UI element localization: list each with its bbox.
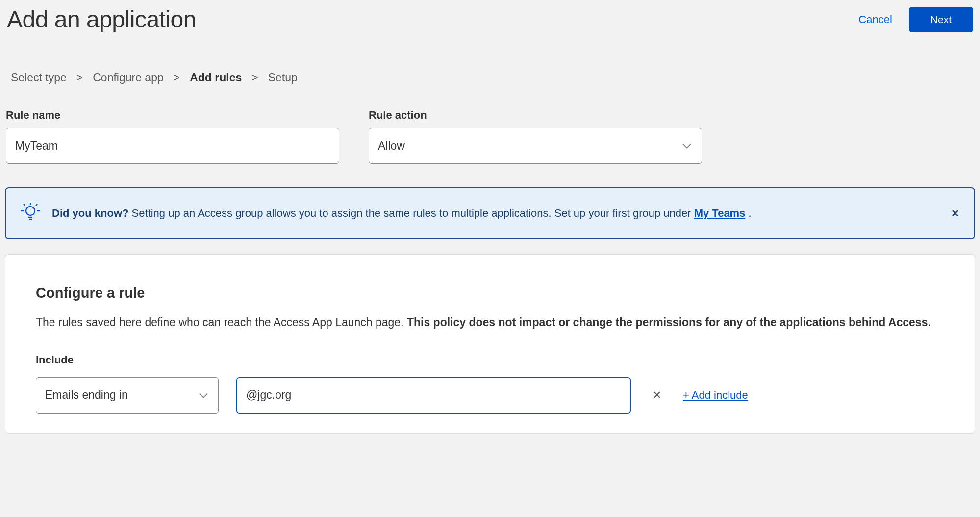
breadcrumb: Select type > Configure app > Add rules …: [0, 37, 980, 99]
rule-action-select[interactable]: Allow: [369, 128, 702, 164]
cancel-button[interactable]: Cancel: [858, 13, 892, 26]
close-icon[interactable]: ✕: [951, 207, 959, 219]
rule-name-label: Rule name: [6, 109, 339, 122]
rule-action-label: Rule action: [369, 109, 702, 122]
breadcrumb-step-add-rules[interactable]: Add rules: [190, 71, 242, 84]
lightbulb-icon: [21, 201, 40, 226]
chevron-right-icon: >: [174, 71, 180, 84]
chevron-right-icon: >: [251, 71, 258, 84]
breadcrumb-step-setup[interactable]: Setup: [268, 71, 298, 84]
svg-line-5: [36, 204, 37, 206]
my-teams-link[interactable]: My Teams: [694, 207, 746, 219]
include-row: Emails ending in ✕ + Add include: [36, 377, 944, 414]
breadcrumb-step-configure-app[interactable]: Configure app: [93, 71, 164, 84]
info-banner-message: Did you know? Setting up an Access group…: [52, 206, 939, 221]
page-title: Add an application: [7, 6, 196, 33]
configure-rule-title: Configure a rule: [36, 285, 944, 301]
include-type-value: Emails ending in: [45, 388, 128, 402]
chevron-right-icon: >: [76, 71, 83, 84]
rule-name-group: Rule name: [6, 109, 339, 164]
include-value-input[interactable]: [236, 377, 631, 414]
svg-point-0: [26, 207, 35, 215]
include-type-select[interactable]: Emails ending in: [36, 377, 219, 414]
add-include-link[interactable]: + Add include: [683, 389, 748, 402]
info-banner: Did you know? Setting up an Access group…: [5, 187, 975, 239]
remove-include-icon[interactable]: ✕: [649, 389, 665, 402]
breadcrumb-step-select-type[interactable]: Select type: [11, 71, 67, 84]
rule-action-value: Allow: [378, 139, 405, 153]
svg-line-4: [24, 204, 25, 206]
header-actions: Cancel Next: [858, 7, 973, 32]
configure-rule-description: The rules saved here define who can reac…: [36, 314, 944, 331]
rule-action-group: Rule action Allow: [369, 109, 702, 164]
next-button[interactable]: Next: [909, 7, 973, 32]
rule-name-input[interactable]: [6, 128, 339, 164]
include-label: Include: [36, 354, 944, 366]
configure-rule-card: Configure a rule The rules saved here de…: [5, 254, 975, 434]
